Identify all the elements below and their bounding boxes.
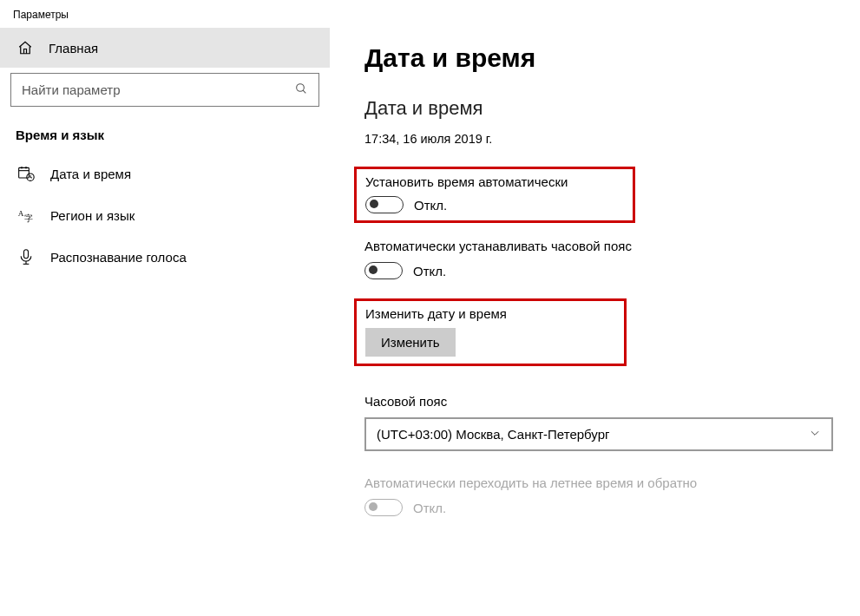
search-box[interactable] <box>10 73 319 107</box>
svg-text:A: A <box>18 209 24 218</box>
dst-label: Автоматически переходить на летнее время… <box>364 475 843 490</box>
auto-time-state: Откл. <box>414 198 447 213</box>
calendar-clock-icon <box>17 165 35 182</box>
timezone-dropdown[interactable]: (UTC+03:00) Москва, Санкт-Петербург <box>364 417 833 451</box>
search-input[interactable] <box>22 82 294 97</box>
window-title: Параметры <box>0 0 860 28</box>
auto-timezone-state: Откл. <box>413 264 446 279</box>
section-heading: Дата и время <box>364 97 843 120</box>
home-nav[interactable]: Главная <box>0 28 330 68</box>
language-icon: A 字 <box>17 206 35 224</box>
sidebar: Главная Время и язык <box>0 28 330 616</box>
home-icon <box>17 40 33 56</box>
svg-line-1 <box>303 90 305 93</box>
sidebar-item-datetime[interactable]: Дата и время <box>0 153 330 194</box>
dst-toggle <box>364 499 403 516</box>
sidebar-item-label: Распознавание голоса <box>50 250 187 265</box>
main-content: Дата и время Дата и время 17:34, 16 июля… <box>330 28 860 616</box>
sidebar-item-speech[interactable]: Распознавание голоса <box>0 236 330 278</box>
timezone-label: Часовой пояс <box>364 394 843 409</box>
svg-line-8 <box>30 177 32 178</box>
change-datetime-button[interactable]: Изменить <box>365 328 456 357</box>
auto-timezone-label: Автоматически устанавливать часовой пояс <box>364 239 843 253</box>
change-datetime-label: Изменить дату и время <box>365 306 614 321</box>
auto-time-toggle[interactable] <box>365 196 404 213</box>
highlight-change-datetime: Изменить дату и время Изменить <box>354 298 627 366</box>
svg-point-0 <box>297 84 305 92</box>
microphone-icon <box>17 248 35 265</box>
svg-text:字: 字 <box>24 213 33 223</box>
svg-rect-11 <box>24 250 29 259</box>
chevron-down-icon <box>809 427 821 442</box>
page-title: Дата и время <box>364 43 843 73</box>
auto-time-label: Установить время автоматически <box>365 174 622 189</box>
sidebar-item-label: Регион и язык <box>50 208 135 223</box>
dst-state: Откл. <box>413 501 446 515</box>
auto-timezone-toggle[interactable] <box>364 262 403 279</box>
sidebar-item-region[interactable]: A 字 Регион и язык <box>0 194 330 236</box>
search-icon <box>294 82 308 98</box>
category-title: Время и язык <box>0 112 330 153</box>
current-datetime: 17:34, 16 июля 2019 г. <box>364 132 843 146</box>
sidebar-item-label: Дата и время <box>50 167 131 181</box>
home-label: Главная <box>49 41 98 56</box>
highlight-auto-time: Установить время автоматически Откл. <box>354 167 635 223</box>
timezone-value: (UTC+03:00) Москва, Санкт-Петербург <box>377 427 609 442</box>
svg-rect-2 <box>19 167 30 178</box>
